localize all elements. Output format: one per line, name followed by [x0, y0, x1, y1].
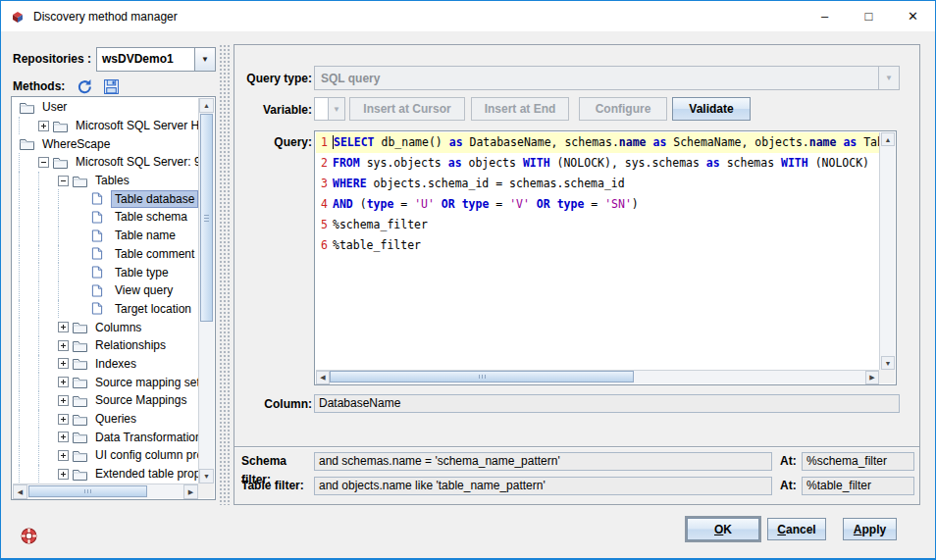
validate-button[interactable]: Validate	[672, 97, 751, 121]
panel-splitter[interactable]	[219, 44, 230, 505]
variable-combobox[interactable]: ▼	[314, 97, 345, 121]
tree-item[interactable]: User	[13, 98, 198, 117]
tree-item[interactable]: Source Mappings	[13, 391, 198, 410]
ok-button[interactable]: OK	[687, 518, 759, 540]
tree-guide-line	[38, 227, 58, 245]
code-line[interactable]: 1SELECT db_name() as DatabaseName, schem…	[316, 132, 879, 153]
insert-at-end-button[interactable]: Insert at End	[471, 97, 569, 121]
column-field[interactable]: DatabaseName	[314, 394, 900, 413]
tree-guide-line	[38, 245, 58, 264]
folder-icon	[72, 375, 88, 389]
tree-item[interactable]: Table database	[13, 189, 198, 208]
expander-plus-icon[interactable]	[58, 432, 69, 442]
tree-guide-line	[19, 300, 38, 319]
scroll-left-icon[interactable]: ◀	[13, 484, 27, 499]
scrollbar-thumb[interactable]	[330, 371, 634, 382]
tree-horizontal-scrollbar[interactable]: ◀ ▶	[13, 484, 198, 498]
save-icon[interactable]	[103, 78, 120, 95]
tree-guide-line	[58, 208, 78, 227]
table-filter-at-field[interactable]: %table_filter	[802, 477, 914, 495]
code-line[interactable]: 4AND (type = 'U' OR type = 'V' OR type =…	[316, 194, 879, 215]
code-line[interactable]: 2FROM sys.objects as objects WITH (NOLOC…	[316, 153, 879, 174]
query-type-combobox[interactable]: SQL query ▼	[314, 66, 900, 90]
tree-item[interactable]: Extended table properties	[13, 465, 198, 484]
folder-icon	[19, 100, 35, 115]
tree-item[interactable]: Indexes	[13, 355, 198, 374]
query-editor[interactable]: 1SELECT db_name() as DatabaseName, schem…	[314, 130, 897, 385]
scroll-up-icon[interactable]: ▲	[199, 98, 214, 113]
expander-plus-icon[interactable]	[58, 358, 69, 369]
code-line[interactable]: 3WHERE objects.schema_id = schemas.schem…	[316, 174, 879, 194]
tree-item[interactable]: Data Transformations	[13, 428, 198, 446]
methods-tree[interactable]: UserMicrosoft SQL Server HS: 9.0WhereSca…	[13, 98, 198, 484]
expander-plus-icon[interactable]	[58, 395, 69, 406]
expander-plus-icon[interactable]	[58, 377, 69, 387]
tree-item[interactable]: Table comment	[13, 245, 198, 264]
expander-plus-icon[interactable]	[58, 414, 69, 425]
tree-vertical-scrollbar[interactable]: ▲ ▼	[198, 98, 214, 484]
repositories-row: Repositories : wsDVDemo1 ▼	[13, 46, 216, 72]
tree-item[interactable]: UI config column properties	[13, 446, 198, 465]
tree-guide-line	[38, 263, 58, 281]
schema-filter-at-field[interactable]: %schema_filter	[802, 452, 914, 471]
tree-item[interactable]: Microsoft SQL Server: 9.0 -	[13, 153, 198, 172]
scroll-left-icon[interactable]: ◀	[316, 371, 330, 384]
tree-item[interactable]: Queries	[13, 410, 198, 429]
table-filter-field[interactable]: and objects.name like 'table_name_patter…	[314, 477, 772, 495]
tree-item[interactable]: Target location	[13, 300, 198, 319]
tree-guide-line	[19, 355, 38, 374]
scroll-right-icon[interactable]: ▶	[865, 371, 879, 384]
scroll-down-icon[interactable]: ▼	[881, 356, 895, 370]
insert-at-cursor-button[interactable]: Insert at Cursor	[349, 97, 465, 121]
scroll-up-icon[interactable]: ▲	[881, 132, 895, 146]
cancel-button[interactable]: Cancel	[767, 518, 826, 540]
tree-item[interactable]: Columns	[13, 318, 198, 336]
chevron-down-icon[interactable]: ▼	[328, 98, 344, 120]
line-number: 2	[316, 153, 328, 174]
document-icon	[91, 283, 108, 298]
tree-item[interactable]: Microsoft SQL Server HS: 9.0	[13, 117, 198, 135]
refresh-icon[interactable]	[76, 78, 92, 95]
repositories-combobox[interactable]: wsDVDemo1 ▼	[96, 47, 216, 72]
tree-item[interactable]: Source mapping sets	[13, 373, 198, 391]
configure-button[interactable]: Configure	[579, 97, 667, 121]
tree-item[interactable]: Tables	[13, 172, 198, 190]
chevron-down-icon[interactable]: ▼	[194, 48, 215, 71]
close-button[interactable]: ✕	[891, 1, 935, 31]
expander-plus-icon[interactable]	[38, 121, 49, 131]
maximize-button[interactable]: □	[847, 1, 891, 31]
window-title: Discovery method manager	[33, 10, 178, 24]
code-line[interactable]: 5%schema_filter	[316, 215, 879, 235]
methods-row: Methods:	[13, 76, 120, 97]
expander-minus-icon[interactable]	[38, 157, 49, 168]
expander-plus-icon[interactable]	[58, 322, 69, 332]
tree-item[interactable]: Table schema	[13, 208, 198, 227]
life-buoy-icon[interactable]	[21, 528, 37, 544]
code-area[interactable]: 1SELECT db_name() as DatabaseName, schem…	[316, 132, 879, 370]
tree-item[interactable]: View query	[13, 281, 198, 300]
minimize-button[interactable]: –	[803, 1, 847, 31]
repositories-value: wsDVDemo1	[97, 48, 194, 71]
code-line[interactable]: 6%table_filter	[316, 235, 879, 256]
expander-plus-icon[interactable]	[58, 469, 69, 480]
scrollbar-thumb[interactable]	[28, 485, 147, 497]
apply-button[interactable]: Apply	[843, 518, 897, 540]
tree-item[interactable]: Table type	[13, 263, 198, 281]
expander-plus-icon[interactable]	[58, 340, 69, 351]
scrollbar-thumb[interactable]	[200, 114, 213, 322]
scroll-down-icon[interactable]: ▼	[199, 469, 214, 484]
tree-guide-line	[19, 208, 38, 227]
expander-minus-icon[interactable]	[58, 176, 69, 186]
tree-item-label: View query	[111, 281, 177, 299]
scroll-right-icon[interactable]: ▶	[183, 484, 198, 499]
folder-icon	[72, 393, 88, 408]
expander-plus-icon[interactable]	[58, 450, 69, 461]
schema-filter-field[interactable]: and schemas.name = 'schema_name_pattern'	[314, 452, 772, 471]
folder-icon	[52, 119, 69, 133]
chevron-down-icon[interactable]: ▼	[878, 67, 899, 89]
tree-item[interactable]: Table name	[13, 227, 198, 245]
tree-item[interactable]: Relationships	[13, 336, 198, 355]
editor-vertical-scrollbar[interactable]: ▲ ▼	[879, 132, 895, 370]
editor-horizontal-scrollbar[interactable]: ◀ ▶	[316, 370, 879, 383]
tree-item[interactable]: WhereScape	[13, 134, 198, 153]
